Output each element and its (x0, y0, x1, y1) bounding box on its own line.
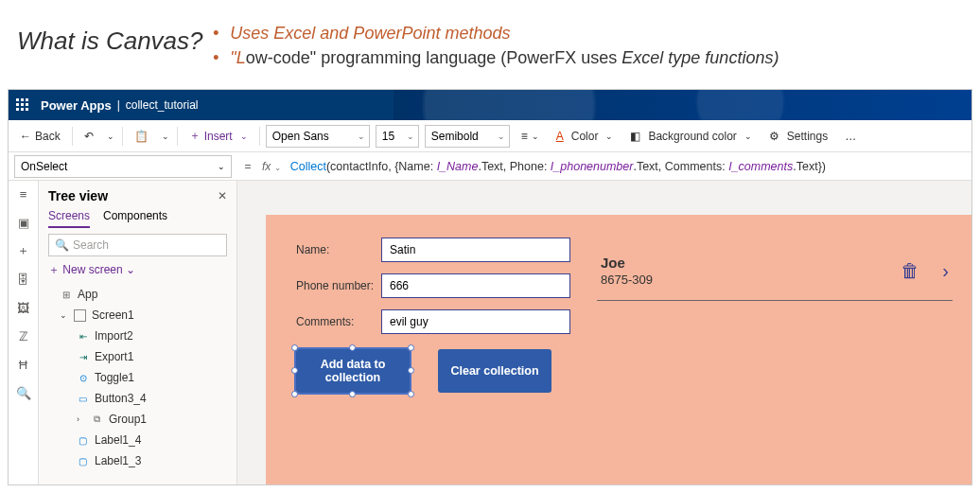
tree-label14[interactable]: ▢Label1_4 (48, 430, 227, 450)
search-input[interactable]: 🔍Search (48, 234, 227, 256)
back-button[interactable]: ←Back (14, 125, 66, 148)
item-phone: 8675-309 (601, 273, 653, 287)
insert-icon[interactable]: ▣ (16, 215, 31, 230)
new-screen-button[interactable]: ＋ New screen ⌄ (48, 262, 227, 278)
contacts-gallery: Joe 8675-309 🗑 › (597, 249, 953, 301)
align-button[interactable]: ≡⌄ (516, 125, 545, 148)
more-button[interactable]: … (839, 125, 862, 148)
slide-title: What is Canvas? (17, 26, 203, 56)
settings-button[interactable]: ⚙Settings (763, 125, 833, 148)
gallery-item[interactable]: Joe 8675-309 🗑 › (597, 249, 953, 301)
item-name: Joe (601, 255, 653, 271)
tree-import2[interactable]: ⇤Import2 (48, 326, 227, 346)
equals-label: = (237, 160, 258, 173)
fx-label[interactable]: fx ⌄ (258, 160, 285, 173)
powerapps-studio: Power Apps | collect_tutorial ←Back ↶ ⌄ … (8, 89, 972, 485)
advanced-icon[interactable]: Ħ (16, 357, 31, 372)
app-name: collect_tutorial (126, 98, 199, 112)
paste-chevron[interactable]: ⌄ (160, 125, 171, 148)
app-bar: Power Apps | collect_tutorial (9, 90, 971, 120)
tree-toggle1[interactable]: ⊙Toggle1 (48, 367, 227, 388)
color-button[interactable]: AColor⌄ (551, 125, 620, 148)
fontweight-select[interactable]: Semibold⌄ (425, 125, 510, 148)
tree-group1[interactable]: ›⧉Group1 (48, 409, 227, 430)
input-name[interactable]: Satin (381, 238, 570, 262)
screen1[interactable]: Name:Satin Phone number:666 Comments:evi… (266, 215, 971, 484)
tree-label13[interactable]: ▢Label1_3 (48, 450, 227, 471)
variables-icon[interactable]: ℤ (16, 328, 31, 343)
label-phone: Phone number: (296, 279, 381, 292)
input-comments[interactable]: evil guy (381, 309, 570, 334)
clear-collection-button[interactable]: Clear collection (438, 349, 551, 393)
tree-export1[interactable]: ⇥Export1 (48, 346, 227, 367)
bgcolor-button[interactable]: ◧Background color⌄ (624, 125, 757, 148)
search-icon[interactable]: 🔍 (16, 385, 31, 400)
tree-app[interactable]: ⊞App (48, 284, 227, 305)
property-bar: OnSelect⌄ = fx ⌄ Collect(contactInfo, {N… (9, 152, 971, 181)
undo-chevron[interactable]: ⌄ (105, 125, 116, 148)
label-comments: Comments: (296, 315, 381, 328)
left-rail: ≡ ▣ ＋ 🗄 🖼 ℤ Ħ 🔍 (9, 181, 39, 484)
undo-button[interactable]: ↶ (79, 125, 99, 148)
data-icon[interactable]: 🗄 (16, 272, 31, 287)
tree-title: Tree view (48, 188, 108, 203)
waffle-icon[interactable] (16, 98, 29, 112)
chevron-right-icon[interactable]: › (942, 260, 949, 282)
add-icon[interactable]: ＋ (16, 243, 31, 258)
search-glyph-icon: 🔍 (55, 238, 69, 252)
input-form: Name:Satin Phone number:666 Comments:evi… (296, 238, 570, 345)
fontsize-select[interactable]: 15⌄ (376, 125, 419, 148)
close-icon[interactable]: ✕ (218, 189, 227, 202)
insert-button[interactable]: ＋Insert⌄ (184, 125, 254, 148)
tree-screen1[interactable]: ⌄Screen1 (48, 305, 227, 326)
tab-screens[interactable]: Screens (48, 209, 90, 228)
add-data-button[interactable]: Add data to collection (296, 349, 410, 393)
canvas-area: Name:Satin Phone number:666 Comments:evi… (237, 181, 971, 484)
tree-tabs: Screens Components (48, 209, 227, 228)
paste-button[interactable]: 📋 (129, 125, 154, 148)
tree-button34[interactable]: ▭Button3_4 (48, 388, 227, 409)
formula-bar[interactable]: Collect(contactInfo, {Name: I_Name.Text,… (285, 159, 971, 173)
slide-bullets: Uses Excel and PowerPoint methods "Low-c… (213, 21, 779, 70)
tree-icon[interactable]: ≡ (16, 186, 31, 202)
brand-label: Power Apps (41, 98, 112, 113)
tree-view-pane: Tree view ✕ Screens Components 🔍Search ＋… (39, 181, 237, 484)
property-select[interactable]: OnSelect⌄ (14, 155, 232, 178)
input-phone[interactable]: 666 (381, 273, 570, 298)
trash-icon[interactable]: 🗑 (901, 260, 919, 282)
label-name: Name: (296, 243, 381, 256)
font-select[interactable]: Open Sans⌄ (266, 125, 370, 148)
media-icon[interactable]: 🖼 (16, 300, 31, 315)
command-bar: ←Back ↶ ⌄ 📋 ⌄ ＋Insert⌄ Open Sans⌄ 15⌄ Se… (9, 120, 971, 152)
tab-components[interactable]: Components (103, 209, 167, 228)
